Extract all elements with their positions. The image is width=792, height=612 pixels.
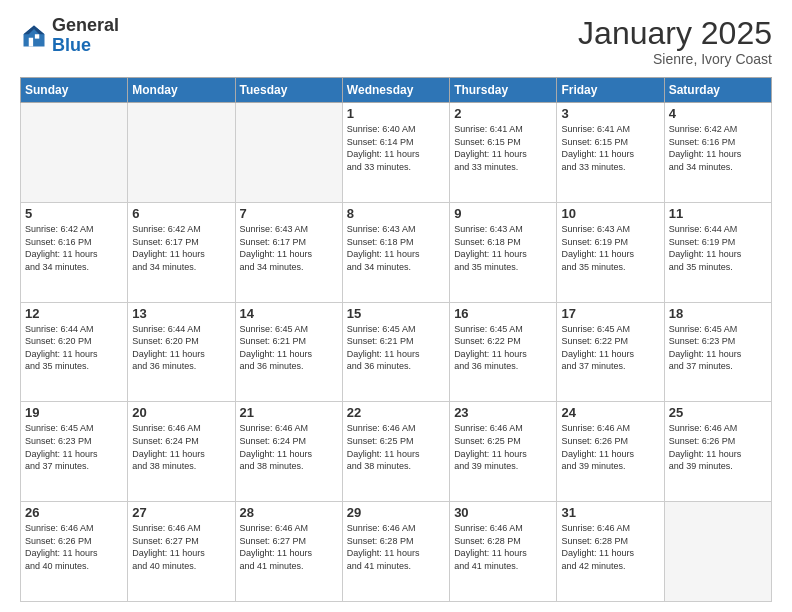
day-info: Sunrise: 6:44 AM Sunset: 6:20 PM Dayligh… — [25, 323, 123, 373]
calendar-cell: 24Sunrise: 6:46 AM Sunset: 6:26 PM Dayli… — [557, 402, 664, 502]
calendar-cell: 13Sunrise: 6:44 AM Sunset: 6:20 PM Dayli… — [128, 302, 235, 402]
day-header-sunday: Sunday — [21, 78, 128, 103]
day-number: 21 — [240, 405, 338, 420]
day-number: 22 — [347, 405, 445, 420]
day-info: Sunrise: 6:43 AM Sunset: 6:19 PM Dayligh… — [561, 223, 659, 273]
calendar-cell: 6Sunrise: 6:42 AM Sunset: 6:17 PM Daylig… — [128, 202, 235, 302]
day-info: Sunrise: 6:46 AM Sunset: 6:24 PM Dayligh… — [132, 422, 230, 472]
logo: General Blue — [20, 16, 119, 56]
day-number: 7 — [240, 206, 338, 221]
day-number: 29 — [347, 505, 445, 520]
day-number: 5 — [25, 206, 123, 221]
day-number: 14 — [240, 306, 338, 321]
day-number: 10 — [561, 206, 659, 221]
logo-blue-text: Blue — [52, 36, 119, 56]
header: General Blue January 2025 Sienre, Ivory … — [20, 16, 772, 67]
day-number: 18 — [669, 306, 767, 321]
day-number: 6 — [132, 206, 230, 221]
calendar-week-row: 19Sunrise: 6:45 AM Sunset: 6:23 PM Dayli… — [21, 402, 772, 502]
calendar-cell: 22Sunrise: 6:46 AM Sunset: 6:25 PM Dayli… — [342, 402, 449, 502]
day-info: Sunrise: 6:44 AM Sunset: 6:20 PM Dayligh… — [132, 323, 230, 373]
day-number: 24 — [561, 405, 659, 420]
day-info: Sunrise: 6:45 AM Sunset: 6:23 PM Dayligh… — [669, 323, 767, 373]
day-number: 25 — [669, 405, 767, 420]
calendar-cell: 26Sunrise: 6:46 AM Sunset: 6:26 PM Dayli… — [21, 502, 128, 602]
day-info: Sunrise: 6:46 AM Sunset: 6:28 PM Dayligh… — [454, 522, 552, 572]
calendar-cell: 16Sunrise: 6:45 AM Sunset: 6:22 PM Dayli… — [450, 302, 557, 402]
calendar-cell: 31Sunrise: 6:46 AM Sunset: 6:28 PM Dayli… — [557, 502, 664, 602]
day-info: Sunrise: 6:46 AM Sunset: 6:28 PM Dayligh… — [347, 522, 445, 572]
calendar-cell: 29Sunrise: 6:46 AM Sunset: 6:28 PM Dayli… — [342, 502, 449, 602]
month-title: January 2025 — [578, 16, 772, 51]
day-number: 15 — [347, 306, 445, 321]
calendar-cell: 11Sunrise: 6:44 AM Sunset: 6:19 PM Dayli… — [664, 202, 771, 302]
day-number: 8 — [347, 206, 445, 221]
general-blue-icon — [20, 22, 48, 50]
day-number: 16 — [454, 306, 552, 321]
calendar-cell: 5Sunrise: 6:42 AM Sunset: 6:16 PM Daylig… — [21, 202, 128, 302]
day-info: Sunrise: 6:46 AM Sunset: 6:25 PM Dayligh… — [347, 422, 445, 472]
svg-rect-2 — [29, 38, 33, 47]
day-header-saturday: Saturday — [664, 78, 771, 103]
day-info: Sunrise: 6:42 AM Sunset: 6:16 PM Dayligh… — [25, 223, 123, 273]
day-info: Sunrise: 6:43 AM Sunset: 6:18 PM Dayligh… — [454, 223, 552, 273]
calendar-table: SundayMondayTuesdayWednesdayThursdayFrid… — [20, 77, 772, 602]
svg-rect-3 — [35, 34, 39, 38]
title-block: January 2025 Sienre, Ivory Coast — [578, 16, 772, 67]
day-info: Sunrise: 6:46 AM Sunset: 6:26 PM Dayligh… — [669, 422, 767, 472]
calendar-cell: 20Sunrise: 6:46 AM Sunset: 6:24 PM Dayli… — [128, 402, 235, 502]
day-info: Sunrise: 6:45 AM Sunset: 6:22 PM Dayligh… — [561, 323, 659, 373]
day-info: Sunrise: 6:46 AM Sunset: 6:27 PM Dayligh… — [240, 522, 338, 572]
calendar-cell — [128, 103, 235, 203]
calendar-cell — [235, 103, 342, 203]
day-header-friday: Friday — [557, 78, 664, 103]
day-info: Sunrise: 6:46 AM Sunset: 6:25 PM Dayligh… — [454, 422, 552, 472]
day-number: 26 — [25, 505, 123, 520]
day-number: 11 — [669, 206, 767, 221]
day-info: Sunrise: 6:44 AM Sunset: 6:19 PM Dayligh… — [669, 223, 767, 273]
day-info: Sunrise: 6:41 AM Sunset: 6:15 PM Dayligh… — [561, 123, 659, 173]
day-info: Sunrise: 6:45 AM Sunset: 6:21 PM Dayligh… — [240, 323, 338, 373]
calendar-cell: 30Sunrise: 6:46 AM Sunset: 6:28 PM Dayli… — [450, 502, 557, 602]
page: General Blue January 2025 Sienre, Ivory … — [0, 0, 792, 612]
calendar-cell: 14Sunrise: 6:45 AM Sunset: 6:21 PM Dayli… — [235, 302, 342, 402]
day-number: 2 — [454, 106, 552, 121]
day-number: 4 — [669, 106, 767, 121]
day-info: Sunrise: 6:46 AM Sunset: 6:28 PM Dayligh… — [561, 522, 659, 572]
day-info: Sunrise: 6:43 AM Sunset: 6:17 PM Dayligh… — [240, 223, 338, 273]
day-info: Sunrise: 6:42 AM Sunset: 6:16 PM Dayligh… — [669, 123, 767, 173]
calendar-cell: 1Sunrise: 6:40 AM Sunset: 6:14 PM Daylig… — [342, 103, 449, 203]
calendar-cell: 4Sunrise: 6:42 AM Sunset: 6:16 PM Daylig… — [664, 103, 771, 203]
location-subtitle: Sienre, Ivory Coast — [578, 51, 772, 67]
calendar-cell: 9Sunrise: 6:43 AM Sunset: 6:18 PM Daylig… — [450, 202, 557, 302]
calendar-cell: 28Sunrise: 6:46 AM Sunset: 6:27 PM Dayli… — [235, 502, 342, 602]
day-number: 20 — [132, 405, 230, 420]
calendar-cell — [664, 502, 771, 602]
day-header-tuesday: Tuesday — [235, 78, 342, 103]
day-header-wednesday: Wednesday — [342, 78, 449, 103]
day-info: Sunrise: 6:41 AM Sunset: 6:15 PM Dayligh… — [454, 123, 552, 173]
calendar-cell: 25Sunrise: 6:46 AM Sunset: 6:26 PM Dayli… — [664, 402, 771, 502]
calendar-week-row: 26Sunrise: 6:46 AM Sunset: 6:26 PM Dayli… — [21, 502, 772, 602]
calendar-cell: 21Sunrise: 6:46 AM Sunset: 6:24 PM Dayli… — [235, 402, 342, 502]
day-number: 3 — [561, 106, 659, 121]
calendar-cell: 15Sunrise: 6:45 AM Sunset: 6:21 PM Dayli… — [342, 302, 449, 402]
day-info: Sunrise: 6:45 AM Sunset: 6:21 PM Dayligh… — [347, 323, 445, 373]
logo-general-text: General — [52, 16, 119, 36]
calendar-body: 1Sunrise: 6:40 AM Sunset: 6:14 PM Daylig… — [21, 103, 772, 602]
calendar-cell: 27Sunrise: 6:46 AM Sunset: 6:27 PM Dayli… — [128, 502, 235, 602]
calendar-week-row: 5Sunrise: 6:42 AM Sunset: 6:16 PM Daylig… — [21, 202, 772, 302]
day-info: Sunrise: 6:43 AM Sunset: 6:18 PM Dayligh… — [347, 223, 445, 273]
calendar-cell: 17Sunrise: 6:45 AM Sunset: 6:22 PM Dayli… — [557, 302, 664, 402]
calendar-cell: 10Sunrise: 6:43 AM Sunset: 6:19 PM Dayli… — [557, 202, 664, 302]
logo-text: General Blue — [52, 16, 119, 56]
calendar-cell: 19Sunrise: 6:45 AM Sunset: 6:23 PM Dayli… — [21, 402, 128, 502]
day-info: Sunrise: 6:42 AM Sunset: 6:17 PM Dayligh… — [132, 223, 230, 273]
calendar-cell: 18Sunrise: 6:45 AM Sunset: 6:23 PM Dayli… — [664, 302, 771, 402]
calendar-cell: 3Sunrise: 6:41 AM Sunset: 6:15 PM Daylig… — [557, 103, 664, 203]
calendar-cell: 7Sunrise: 6:43 AM Sunset: 6:17 PM Daylig… — [235, 202, 342, 302]
calendar-header-row: SundayMondayTuesdayWednesdayThursdayFrid… — [21, 78, 772, 103]
calendar-cell: 8Sunrise: 6:43 AM Sunset: 6:18 PM Daylig… — [342, 202, 449, 302]
calendar-week-row: 1Sunrise: 6:40 AM Sunset: 6:14 PM Daylig… — [21, 103, 772, 203]
day-info: Sunrise: 6:46 AM Sunset: 6:27 PM Dayligh… — [132, 522, 230, 572]
